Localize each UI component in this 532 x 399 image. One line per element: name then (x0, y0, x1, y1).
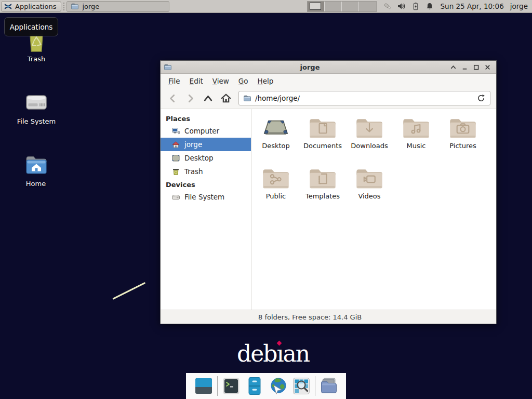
app-finder-icon[interactable] (291, 376, 311, 396)
menu-bar: FileEditViewGoHelp (161, 74, 496, 88)
file-item-downloads[interactable]: Downloads (346, 116, 393, 166)
user-actions-button[interactable]: jorge (510, 2, 528, 10)
window-title: jorge (172, 63, 447, 71)
folder-template-icon (308, 166, 337, 190)
back-button[interactable] (166, 92, 179, 105)
file-item-videos[interactable]: Videos (346, 166, 393, 217)
desktop-icon-home[interactable]: Home (9, 152, 63, 188)
hard-drive-icon (23, 89, 50, 116)
pager-window-rect (310, 3, 321, 10)
workspace-pager[interactable] (307, 1, 377, 12)
file-item-desktop[interactable]: Desktop (252, 116, 299, 166)
file-item-label: Music (407, 142, 426, 150)
sidebar-item-file-system[interactable]: File System (161, 190, 251, 204)
menu-edit[interactable]: Edit (185, 75, 208, 87)
file-item-pictures[interactable]: Pictures (440, 116, 486, 166)
maximize-button[interactable] (470, 62, 482, 72)
top-panel: Applications jorge Sun 25 Apr, 10:06 jor… (0, 0, 532, 13)
desktop-icon-label: Trash (9, 55, 63, 63)
file-item-music[interactable]: Music (393, 116, 440, 166)
terminal-icon[interactable] (221, 376, 241, 396)
file-manager-icon[interactable] (245, 376, 264, 396)
home-button[interactable] (219, 92, 232, 105)
directory-menu-icon[interactable] (319, 376, 339, 396)
sidebar-item-trash[interactable]: Trash (161, 165, 251, 178)
status-text: 8 folders, Free space: 14.4 GiB (258, 313, 362, 321)
minimize-button[interactable] (459, 62, 470, 72)
menu-view[interactable]: View (208, 75, 234, 87)
sidebar-item-jorge[interactable]: jorge (161, 138, 251, 151)
workspace-4[interactable] (359, 2, 376, 11)
places-header: Places (161, 112, 251, 124)
folder-video-icon (355, 166, 384, 190)
file-item-documents[interactable]: Documents (299, 116, 346, 166)
sidebar-item-desktop[interactable]: Desktop (161, 151, 251, 165)
show-desktop-icon[interactable] (194, 376, 214, 396)
dock-panel (186, 373, 346, 399)
panel-handle[interactable] (63, 3, 64, 10)
desktop-icon-label: File System (9, 117, 63, 125)
dock-separator (217, 376, 218, 396)
web-browser-icon[interactable] (268, 376, 288, 396)
location-bar[interactable]: /home/jorge/ (238, 91, 490, 105)
notifications-bell-icon[interactable] (425, 2, 434, 11)
sidebar-item-computer[interactable]: Computer (161, 124, 251, 138)
folder-music-icon (402, 116, 431, 140)
computer-small-icon (171, 127, 180, 136)
file-manager-window: jorge FileEditViewGoHelp /home/jorge/ (160, 60, 497, 324)
folder-page-icon (308, 116, 337, 140)
trash-small-icon (171, 167, 180, 176)
desktop-artifact-line (112, 282, 145, 300)
folder-download-icon (355, 116, 384, 140)
workspace-3[interactable] (342, 2, 359, 11)
task-folder-icon (71, 2, 79, 10)
window-titlebar[interactable]: jorge (161, 61, 496, 74)
workspace-1[interactable] (308, 2, 325, 11)
debian-red-dot: ı (276, 340, 283, 367)
close-button[interactable] (482, 62, 493, 72)
file-item-label: Templates (305, 192, 340, 200)
file-item-templates[interactable]: Templates (299, 166, 346, 217)
shade-button[interactable] (447, 62, 459, 72)
file-item-label: Documents (303, 142, 342, 150)
volume-icon[interactable] (397, 2, 406, 11)
toolbar: /home/jorge/ (161, 88, 496, 109)
menu-help[interactable]: Help (253, 75, 278, 87)
battery-icon[interactable] (411, 2, 420, 11)
forward-button[interactable] (184, 92, 197, 105)
applications-menu-label: Applications (15, 3, 56, 10)
refresh-icon[interactable] (476, 94, 486, 103)
up-button[interactable] (202, 92, 215, 105)
special-desktop-icon (261, 116, 290, 140)
location-folder-icon (243, 94, 251, 102)
taskbar-window-button[interactable]: jorge (66, 1, 169, 12)
file-item-label: Public (266, 192, 286, 200)
workspace-2[interactable] (325, 2, 342, 11)
sidebar-item-label: jorge (184, 140, 202, 149)
window-body: Places ComputerjorgeDesktopTrash Devices… (161, 109, 496, 310)
dock-separator (315, 376, 315, 396)
applications-tooltip: Applications (4, 17, 58, 36)
home-folder-icon (22, 152, 49, 179)
file-view[interactable]: DesktopDocumentsDownloadsMusicPicturesPu… (251, 109, 496, 310)
folder-camera-icon (448, 116, 477, 140)
removable-device-icon[interactable] (383, 2, 392, 11)
applications-menu-button[interactable]: Applications (1, 1, 61, 12)
status-bar: 8 folders, Free space: 14.4 GiB (161, 310, 496, 324)
file-item-public[interactable]: Public (252, 166, 299, 217)
file-item-label: Pictures (449, 142, 476, 150)
sidebar-item-label: File System (184, 193, 224, 201)
file-item-label: Videos (358, 192, 380, 200)
panel-clock[interactable]: Sun 25 Apr, 10:06 (441, 2, 504, 10)
menu-go[interactable]: Go (234, 75, 253, 87)
drive-small-icon (171, 193, 180, 202)
menu-file[interactable]: File (164, 75, 185, 87)
location-path[interactable]: /home/jorge/ (255, 94, 473, 102)
file-item-label: Desktop (262, 142, 290, 150)
desktop-icon-file-system[interactable]: File System (9, 89, 63, 125)
applications-menu-icon (4, 2, 12, 11)
window-folder-icon (164, 63, 172, 72)
system-tray (383, 2, 434, 11)
side-pane: Places ComputerjorgeDesktopTrash Devices… (161, 109, 251, 310)
desktop-small-icon (171, 154, 180, 163)
